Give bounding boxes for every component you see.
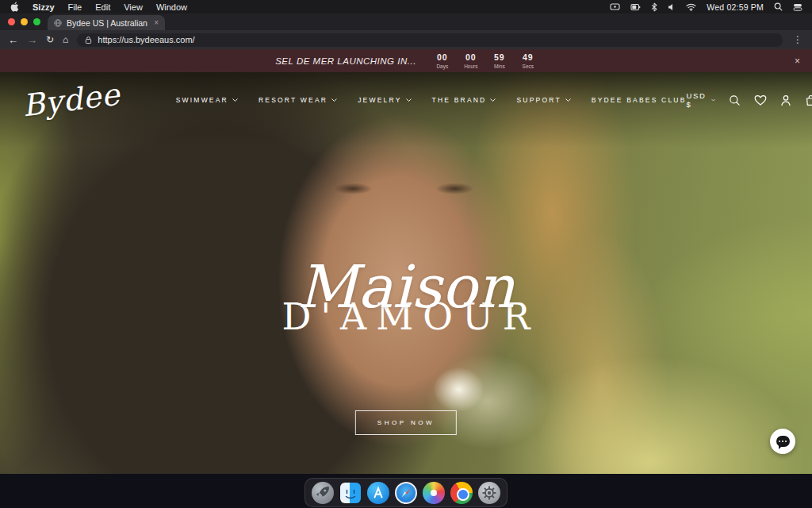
countdown-hours-value: 00 — [465, 52, 477, 62]
countdown-days-label: Days — [436, 64, 448, 69]
url-text: https://us.bydeeaus.com/ — [98, 35, 194, 44]
currency-selector[interactable]: USD $ — [687, 91, 716, 109]
nav-item-the-brand[interactable]: THE BRAND — [432, 96, 496, 104]
forward-button[interactable]: → — [27, 35, 37, 45]
chevron-down-icon — [232, 98, 238, 102]
main-nav: SWIMWEAR RESORT WEAR JEWELRY THE BRAND S… — [176, 96, 687, 104]
nav-item-jewelry[interactable]: JEWELRY — [358, 96, 411, 104]
macos-dock — [304, 478, 508, 507]
volume-icon[interactable] — [668, 3, 676, 11]
browser-tabbar: Bydee US | Australian Swimwe × — [0, 13, 812, 30]
hero-title: Maison D'AMOUR — [0, 257, 812, 338]
tab-close-icon[interactable]: × — [154, 18, 159, 27]
browser-menu-icon[interactable]: ⋮ — [791, 34, 804, 45]
nav-item-resort-wear[interactable]: RESORT WEAR — [259, 96, 337, 104]
browser-toolbar: ← → ↻ ⌂ https://us.bydeeaus.com/ ⋮ — [0, 30, 812, 49]
menubar-app-name[interactable]: Sizzy — [33, 2, 55, 12]
rocket-icon — [312, 482, 334, 504]
nav-label: THE BRAND — [432, 96, 487, 104]
chevron-down-icon — [331, 98, 337, 102]
menubar-clock[interactable]: Wed 02:59 PM — [707, 2, 764, 12]
countdown-timer: 00 Days 00 Hours 59 Mins 49 Secs — [434, 52, 537, 69]
window-zoom-button[interactable] — [33, 18, 40, 25]
dock-icon-finder[interactable] — [339, 482, 362, 504]
menubar-left: Sizzy File Edit View Window — [10, 2, 187, 12]
nav-item-support[interactable]: SUPPORT — [516, 96, 570, 104]
chevron-down-icon — [711, 98, 715, 102]
nav-label: RESORT WEAR — [259, 96, 327, 104]
window-close-button[interactable] — [8, 18, 15, 25]
site-header: Bydee SWIMWEAR RESORT WEAR JEWELRY THE B… — [0, 72, 812, 128]
chevron-down-icon — [565, 98, 571, 102]
menubar-item-view[interactable]: View — [124, 2, 143, 12]
reload-button[interactable]: ↻ — [46, 35, 54, 44]
countdown-secs-value: 49 — [523, 52, 534, 62]
safari-compass-icon — [395, 482, 417, 504]
promo-banner: SEL DE MER LAUNCHING IN... 00 Days 00 Ho… — [0, 49, 812, 72]
wifi-icon[interactable] — [686, 3, 696, 11]
nav-item-bydee-babes-club[interactable]: BYDEE BABES CLUB — [592, 96, 687, 104]
chat-widget-button[interactable] — [770, 429, 795, 454]
header-actions: USD $ — [687, 91, 812, 109]
chevron-down-icon — [490, 98, 496, 102]
menubar-status-area: Wed 02:59 PM — [610, 2, 802, 12]
nav-label: SWIMWEAR — [176, 96, 228, 104]
account-icon[interactable] — [780, 94, 791, 106]
nav-label: BYDEE BABES CLUB — [592, 96, 687, 104]
search-icon[interactable] — [729, 94, 741, 106]
countdown-secs: 49 Secs — [519, 52, 537, 69]
tab-title: Bydee US | Australian Swimwe — [67, 18, 147, 28]
countdown-secs-label: Secs — [523, 64, 534, 69]
wishlist-heart-icon[interactable] — [754, 94, 767, 106]
macos-menubar: Sizzy File Edit View Window Wed 02:59 PM — [0, 0, 812, 13]
back-button[interactable]: ← — [8, 35, 18, 45]
desktop: Sizzy File Edit View Window Wed 02:59 PM — [0, 0, 812, 508]
hero-title-script: Maison — [0, 257, 812, 316]
browser-tab[interactable]: Bydee US | Australian Swimwe × — [48, 15, 165, 30]
menubar-item-file[interactable]: File — [68, 2, 82, 12]
home-button[interactable]: ⌂ — [63, 35, 68, 44]
dock-icon-launchpad[interactable] — [312, 482, 334, 504]
lock-icon — [85, 36, 92, 44]
currency-label: USD $ — [687, 91, 708, 109]
url-bar[interactable]: https://us.bydeeaus.com/ — [77, 33, 783, 47]
dock-icon-safari[interactable] — [395, 482, 417, 504]
nav-label: JEWELRY — [358, 96, 401, 104]
control-center-icon[interactable] — [793, 3, 802, 11]
countdown-mins-label: Mins — [494, 64, 505, 69]
countdown-days: 00 Days — [434, 52, 451, 69]
dock-icon-photos[interactable] — [423, 482, 445, 504]
countdown-hours: 00 Hours — [462, 52, 480, 69]
apple-icon[interactable] — [10, 2, 19, 12]
gear-icon — [478, 482, 500, 504]
dock-icon-app-store[interactable] — [367, 482, 389, 504]
dock-icon-chrome[interactable] — [450, 482, 473, 504]
countdown-hours-label: Hours — [464, 64, 477, 69]
menubar-item-edit[interactable]: Edit — [95, 2, 110, 12]
dock-icon-system-settings[interactable] — [478, 482, 500, 504]
screen-mirroring-icon[interactable] — [610, 3, 620, 11]
site-logo[interactable]: Bydee — [21, 77, 122, 124]
shop-now-button[interactable]: SHOP NOW — [355, 410, 457, 435]
nav-item-swimwear[interactable]: SWIMWEAR — [176, 96, 238, 104]
promo-message: SEL DE MER LAUNCHING IN... — [275, 56, 416, 66]
chevron-down-icon — [406, 98, 412, 102]
finder-face-icon — [339, 482, 362, 504]
countdown-days-value: 00 — [437, 52, 448, 62]
window-minimize-button[interactable] — [21, 18, 28, 25]
banner-close-icon[interactable]: × — [795, 56, 800, 67]
chat-bubble-icon — [776, 436, 790, 447]
countdown-mins: 59 Mins — [491, 52, 508, 69]
menubar-item-window[interactable]: Window — [156, 2, 187, 12]
app-store-a-icon — [367, 482, 389, 504]
spotlight-icon[interactable] — [774, 2, 783, 11]
nav-label: SUPPORT — [516, 96, 561, 104]
globe-favicon-icon — [54, 19, 62, 27]
battery-icon[interactable] — [630, 3, 641, 11]
countdown-mins-value: 59 — [494, 52, 505, 62]
hero-section: Bydee SWIMWEAR RESORT WEAR JEWELRY THE B… — [0, 72, 812, 474]
cart-bag-icon[interactable] — [805, 94, 812, 106]
bluetooth-icon[interactable] — [651, 2, 657, 12]
